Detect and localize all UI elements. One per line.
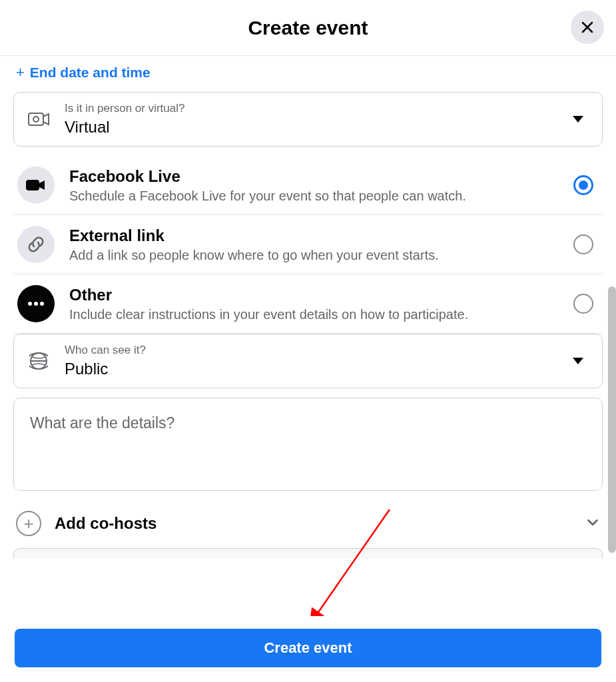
option-text: External link Add a link so people know … xyxy=(69,226,559,263)
scrollbar-thumb[interactable] xyxy=(608,286,616,553)
add-cohosts-label: Add co-hosts xyxy=(55,514,572,533)
option-title: External link xyxy=(69,226,559,245)
option-description: Add a link so people know where to go wh… xyxy=(69,248,559,263)
svg-rect-4 xyxy=(26,180,39,190)
close-icon xyxy=(579,19,595,35)
camera-outline-icon xyxy=(27,111,50,127)
option-description: Schedule a Facebook Live for your event … xyxy=(69,188,559,204)
option-external-link[interactable]: External link Add a link so people know … xyxy=(13,215,603,274)
radio-other[interactable] xyxy=(573,294,593,314)
link-icon xyxy=(17,226,55,263)
location-type-label: Is it in person or virtual? xyxy=(65,102,558,115)
svg-point-3 xyxy=(33,117,39,122)
plus-circle-icon: + xyxy=(16,511,41,536)
privacy-label: Who can see it? xyxy=(65,344,558,357)
plus-icon: + xyxy=(16,64,25,81)
ellipsis-icon xyxy=(17,285,55,322)
globe-icon xyxy=(27,352,50,370)
location-type-select[interactable]: Is it in person or virtual? Virtual xyxy=(13,92,603,147)
radio-external-link[interactable] xyxy=(573,234,593,254)
option-text: Facebook Live Schedule a Facebook Live f… xyxy=(69,167,559,204)
svg-point-7 xyxy=(40,302,44,306)
chevron-down-icon xyxy=(585,515,600,532)
svg-point-5 xyxy=(28,302,32,306)
create-event-button[interactable]: Create event xyxy=(15,629,601,667)
option-facebook-live[interactable]: Facebook Live Schedule a Facebook Live f… xyxy=(13,156,603,215)
location-type-text: Is it in person or virtual? Virtual xyxy=(65,102,558,137)
option-title: Other xyxy=(69,286,559,304)
option-title: Facebook Live xyxy=(69,167,559,186)
radio-facebook-live[interactable] xyxy=(573,175,593,195)
caret-down-icon xyxy=(573,358,583,364)
dialog-header: Create event xyxy=(0,0,616,56)
create-event-label: Create event xyxy=(264,639,352,656)
next-section-peek xyxy=(13,548,603,559)
option-description: Include clear instructions in your event… xyxy=(69,307,559,322)
caret-down-icon xyxy=(573,116,583,123)
video-camera-icon xyxy=(17,167,55,204)
svg-point-6 xyxy=(34,302,38,306)
add-end-date-label: End date and time xyxy=(30,65,151,81)
option-text: Other Include clear instructions in your… xyxy=(69,286,559,322)
privacy-select[interactable]: Who can see it? Public xyxy=(13,334,603,388)
close-button[interactable] xyxy=(571,11,604,44)
option-other[interactable]: Other Include clear instructions in your… xyxy=(13,274,603,334)
dialog-footer: Create event xyxy=(0,616,616,682)
details-placeholder: What are the details? xyxy=(30,414,586,432)
add-end-date-button[interactable]: + End date and time xyxy=(13,56,603,92)
dialog-title: Create event xyxy=(248,17,368,39)
svg-rect-2 xyxy=(29,113,43,125)
privacy-value: Public xyxy=(65,360,558,378)
privacy-text: Who can see it? Public xyxy=(65,344,558,378)
form-scroll-area: + End date and time Is it in person or v… xyxy=(0,56,616,615)
location-type-value: Virtual xyxy=(65,118,558,137)
event-details-input[interactable]: What are the details? xyxy=(13,398,603,491)
add-cohosts-row[interactable]: + Add co-hosts xyxy=(13,504,603,548)
